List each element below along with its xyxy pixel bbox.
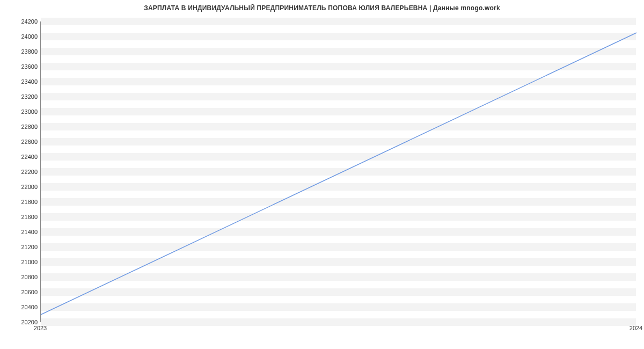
- y-tick-label: 22600: [8, 139, 38, 145]
- y-tick-label: 20400: [8, 304, 38, 310]
- y-tick-label: 20200: [8, 319, 38, 325]
- y-tick-label: 24000: [8, 33, 38, 40]
- y-tick-label: 23400: [8, 78, 38, 85]
- series-line: [41, 33, 636, 315]
- y-tick-label: 22800: [8, 123, 38, 130]
- chart-title: ЗАРПЛАТА В ИНДИВИДУАЛЬНЫЙ ПРЕДПРИНИМАТЕЛ…: [0, 4, 644, 12]
- y-tick-label: 21000: [8, 259, 38, 265]
- y-tick-label: 21600: [8, 214, 38, 220]
- y-tick-label: 23600: [8, 63, 38, 70]
- x-tick-label: 2024: [630, 325, 642, 331]
- y-tick-label: 21200: [8, 244, 38, 250]
- y-tick-label: 23000: [8, 108, 38, 115]
- y-tick-label: 24200: [8, 18, 38, 25]
- chart-container: ЗАРПЛАТА В ИНДИВИДУАЛЬНЫЙ ПРЕДПРИНИМАТЕЛ…: [0, 0, 644, 349]
- y-tick-label: 21400: [8, 229, 38, 235]
- y-tick-label: 20600: [8, 289, 38, 295]
- line-layer: [41, 21, 636, 322]
- y-tick-label: 22000: [8, 184, 38, 190]
- y-tick-label: 22200: [8, 169, 38, 175]
- plot-area: [40, 21, 636, 322]
- y-tick-label: 22400: [8, 154, 38, 160]
- y-tick-label: 20800: [8, 274, 38, 280]
- y-tick-label: 23200: [8, 93, 38, 100]
- y-tick-label: 21800: [8, 199, 38, 205]
- y-tick-label: 23800: [8, 48, 38, 55]
- x-tick-label: 2023: [34, 325, 47, 331]
